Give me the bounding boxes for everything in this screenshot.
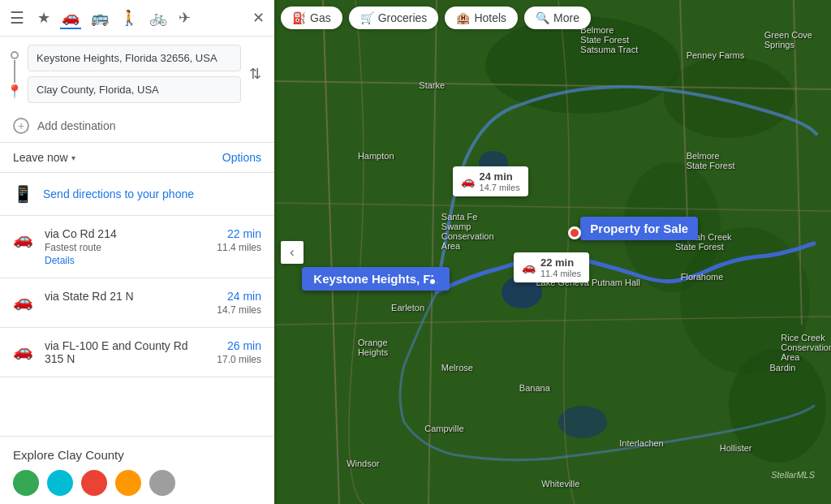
filter-icon-2: 🏨 [456,11,470,24]
route-car-icon-2: 🚗 [13,341,33,360]
route-time-2: 26 min 17.0 miles [217,339,261,365]
keystone-heights-marker[interactable]: Keystone Heights, FL [302,267,449,291]
filter-icon-3: 🔍 [536,11,549,24]
panel-header: ☰ ★ 🚗 🚌 🚶 🚲 ✈ ✕ [0,0,274,37]
route-car-icon-0: 🚗 [13,229,33,248]
route-time-value-0: 22 min [217,227,261,240]
close-icon[interactable]: ✕ [252,9,265,27]
map-area: Belmore State Forest Satsuma TractGreen … [274,0,831,504]
explore-dot-3[interactable] [115,470,141,496]
filter-bar: ⛽Gas🛒Groceries🏨Hotels🔍More [281,6,591,29]
car-mode-icon[interactable]: 🚗 [60,6,81,29]
callout-22-time: 22 min [540,256,581,269]
route-time-value-1: 24 min [217,290,261,303]
filter-button-groceries[interactable]: 🛒Groceries [349,6,439,29]
explore-dot-2[interactable] [81,470,107,496]
svg-point-9 [558,406,607,438]
left-panel: ☰ ★ 🚗 🚌 🚶 🚲 ✈ ✕ 📍 ⇅ + Add destination [0,0,274,504]
explore-section: Explore Clay County [0,436,274,504]
route-sub-0: Fastest route [45,242,205,253]
route-line [14,60,15,83]
leave-now-dropdown-icon: ▾ [71,153,75,162]
explore-dot-0[interactable] [13,470,39,496]
explore-dot-4[interactable] [149,470,175,496]
walk-mode-icon[interactable]: 🚶 [118,7,140,28]
filter-icon-1: 🛒 [360,11,374,24]
callout-22-content: 22 min 11.4 miles [540,256,581,278]
route-name-2: via FL-100 E and County Rd 315 N [45,339,205,365]
favorites-icon[interactable]: ★ [36,7,52,28]
route-dist-0: 11.4 miles [217,242,261,253]
explore-title: Explore Clay County [13,448,261,462]
explore-dot-1[interactable] [47,470,73,496]
stellarmls-watermark: StellarMLS [771,470,815,480]
route-callout-22min[interactable]: 🚗 22 min 11.4 miles [514,252,589,282]
expand-icon: ‹ [290,245,294,260]
car-icon-22: 🚗 [522,261,536,274]
property-for-sale-marker[interactable]: Property for Sale [580,217,698,240]
route-time-1: 24 min 14.7 miles [217,290,261,316]
car-icon-24: 🚗 [461,174,475,187]
explore-category-dots [13,470,261,496]
svg-point-1 [485,16,680,114]
add-destination-button[interactable]: + Add destination [0,111,274,143]
route-info-2: via FL-100 E and County Rd 315 N [45,339,205,365]
callout-24-dist: 14.7 miles [480,183,520,192]
route-item-0[interactable]: 🚗 via Co Rd 214 Fastest route Details 22… [0,216,274,278]
leave-now-label: Leave now [13,151,68,164]
transit-mode-icon[interactable]: 🚌 [89,7,110,28]
filter-label-3: More [553,11,579,24]
transport-mode-selector: ★ 🚗 🚌 🚶 🚲 ✈ [36,6,241,29]
route-item-1[interactable]: 🚗 via State Rd 21 N 24 min 14.7 miles [0,278,274,328]
swap-button[interactable]: ⇅ [246,62,265,86]
filter-button-gas[interactable]: ⛽Gas [281,6,342,29]
send-directions-button[interactable]: 📱 Send directions to your phone [0,173,274,216]
route-info-1: via State Rd 21 N [45,290,205,303]
send-directions-label: Send directions to your phone [43,187,194,200]
origin-input[interactable] [28,45,241,71]
route-dist-2: 17.0 miles [217,354,261,365]
bike-mode-icon[interactable]: 🚲 [148,7,169,28]
phone-icon: 📱 [13,184,33,204]
plus-icon: + [13,118,29,134]
waypoint-indicator: 📍 [6,50,23,99]
menu-icon[interactable]: ☰ [10,8,24,28]
add-destination-label: Add destination [37,119,116,132]
origin-dot [11,51,19,59]
routes-list: 🚗 via Co Rd 214 Fastest route Details 22… [0,216,274,436]
keystone-label: Keystone Heights, FL [313,272,437,286]
leave-now-button[interactable]: Leave now ▾ [13,151,75,164]
filter-label-1: Groceries [378,11,428,24]
filter-label-2: Hotels [474,11,506,24]
map-background: Belmore State Forest Satsuma TractGreen … [274,0,831,504]
callout-24-time: 24 min [480,170,520,183]
route-info-0: via Co Rd 214 Fastest route Details [45,227,205,266]
route-dist-1: 14.7 miles [217,304,261,316]
timing-options-bar: Leave now ▾ Options [0,143,274,173]
filter-icon-0: ⛽ [292,11,306,24]
route-input-fields [28,45,241,103]
destination-input[interactable] [28,76,241,103]
route-item-2[interactable]: 🚗 via FL-100 E and County Rd 315 N 26 mi… [0,328,274,377]
options-button[interactable]: Options [222,151,261,164]
svg-point-6 [729,349,826,463]
flight-mode-icon[interactable]: ✈ [177,7,192,28]
route-tag-0[interactable]: Details [45,255,205,266]
callout-24-content: 24 min 14.7 miles [480,170,520,192]
callout-22-dist: 11.4 miles [540,269,581,278]
route-time-0: 22 min 11.4 miles [217,227,261,253]
route-name-1: via State Rd 21 N [45,290,205,303]
filter-button-hotels[interactable]: 🏨Hotels [445,6,518,29]
property-label: Property for Sale [590,222,688,235]
route-car-icon-1: 🚗 [13,291,33,311]
route-time-value-2: 26 min [217,339,261,352]
route-callout-24min[interactable]: 🚗 24 min 14.7 miles [453,166,528,196]
route-name-0: via Co Rd 214 [45,227,205,240]
expand-panel-button[interactable]: ‹ [281,241,304,264]
destination-pin: 📍 [6,84,23,99]
filter-button-more[interactable]: 🔍More [524,6,591,29]
route-inputs-container: 📍 ⇅ [0,37,274,111]
filter-label-0: Gas [310,11,331,24]
